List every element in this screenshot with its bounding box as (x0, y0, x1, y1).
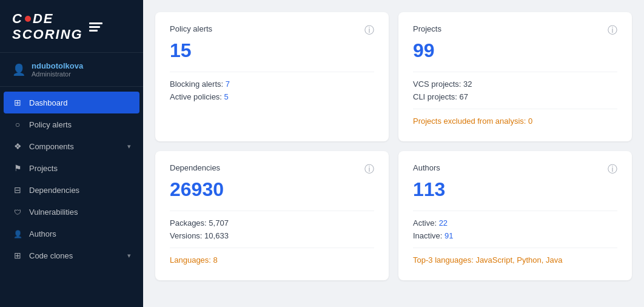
nav-list: Dashboard Policy alerts Components ▾ Pro… (0, 87, 143, 307)
user-role: Administrator (32, 70, 83, 78)
sidebar: C DE SCORING ndubotolkova Administrator … (0, 0, 143, 307)
info-icon[interactable]: ⓘ (364, 24, 374, 37)
user-info: ndubotolkova Administrator (32, 61, 83, 78)
packages-value: 5,707 (209, 218, 229, 228)
inactive-value: 91 (444, 231, 453, 240)
inactive-label: Inactive: (413, 231, 442, 240)
active-value: 22 (439, 218, 448, 228)
sidebar-item-label: Vulnerabilities (29, 207, 78, 217)
main-content: Policy alerts ⓘ 15 Blocking alerts: 7 Ac… (143, 0, 644, 307)
divider (413, 248, 617, 248)
sidebar-item-projects[interactable]: Projects (0, 157, 143, 179)
packages-label: Packages: (170, 218, 207, 228)
top3-value: JavaScript, Python, Java (475, 255, 562, 265)
info-icon[interactable]: ⓘ (608, 24, 617, 37)
projects-title: Projects (413, 24, 441, 33)
vulns-icon (12, 207, 23, 217)
excluded-label: Projects excluded from analysis: (413, 116, 526, 126)
projects-number: 99 (413, 39, 617, 62)
dashboard-icon (12, 98, 23, 107)
sidebar-item-authors[interactable]: Authors (0, 223, 143, 245)
divider (170, 211, 374, 211)
logo: C DE SCORING (0, 0, 143, 53)
logo-dot (25, 16, 31, 22)
projects-card: Projects ⓘ 99 VCS projects: 32 CLI proje… (398, 12, 632, 141)
active-policies: Active policies: 5 (170, 92, 374, 101)
sidebar-item-dashboard[interactable]: Dashboard (4, 92, 139, 113)
divider (413, 109, 617, 109)
card-header: Projects ⓘ (413, 24, 617, 37)
languages-value: 8 (213, 255, 218, 265)
authors-card: Authors ⓘ 113 Active: 22 Inactive: 91 To… (398, 151, 632, 280)
sidebar-item-label: Projects (29, 164, 58, 173)
top3-languages: Top-3 languages: JavaScript, Python, Jav… (413, 255, 617, 265)
vcs-projects: VCS projects: 32 (413, 79, 617, 89)
card-header: Policy alerts ⓘ (170, 24, 374, 37)
logo-bar-3 (89, 30, 98, 32)
top3-label: Top-3 languages: (413, 255, 474, 265)
blocking-label: Blocking alerts: (170, 79, 223, 89)
chevron-down-icon: ▾ (127, 143, 131, 150)
sidebar-item-dependencies[interactable]: Dependencies (0, 179, 143, 201)
vcs-label: VCS projects: (413, 79, 461, 89)
active-label: Active: (413, 218, 437, 228)
sidebar-item-label: Dependencies (29, 186, 79, 195)
blocking-value: 7 (226, 79, 230, 89)
projects-icon (12, 163, 23, 173)
sidebar-item-label: Components (29, 142, 74, 151)
blocking-alerts: Blocking alerts: 7 (170, 79, 374, 89)
username: ndubotolkova (32, 61, 83, 70)
divider (170, 72, 374, 72)
dependencies-title: Dependencies (170, 163, 220, 172)
components-icon (12, 141, 23, 151)
versions: Versions: 10,633 (170, 231, 374, 240)
vcs-value: 32 (463, 79, 472, 89)
card-header: Dependencies ⓘ (170, 163, 374, 176)
logo-bar-2 (89, 26, 100, 28)
authors-number: 113 (413, 178, 617, 201)
sidebar-item-code-clones[interactable]: Code clones ▾ (0, 245, 143, 266)
sidebar-item-vulnerabilities[interactable]: Vulnerabilities (0, 201, 143, 223)
inactive-authors: Inactive: 91 (413, 231, 617, 240)
info-icon[interactable]: ⓘ (608, 163, 617, 176)
sidebar-item-label: Authors (29, 229, 56, 238)
info-icon[interactable]: ⓘ (364, 163, 374, 176)
logo-de: DE (33, 11, 54, 27)
versions-label: Versions: (170, 231, 202, 240)
sidebar-item-label: Dashboard (29, 98, 68, 107)
sidebar-item-label: Policy alerts (29, 120, 72, 129)
sidebar-item-components[interactable]: Components ▾ (0, 135, 143, 157)
authors-title: Authors (413, 163, 440, 172)
card-header: Authors ⓘ (413, 163, 617, 176)
excluded-value: 0 (528, 116, 532, 126)
packages: Packages: 5,707 (170, 218, 374, 228)
policy-icon (12, 120, 23, 129)
divider (413, 211, 617, 211)
chevron-down-icon: ▾ (127, 252, 131, 260)
active-value: 5 (224, 92, 229, 101)
cli-value: 67 (460, 92, 468, 101)
active-authors: Active: 22 (413, 218, 617, 228)
cli-label: CLI projects: (413, 92, 457, 101)
user-area: ndubotolkova Administrator (0, 53, 143, 87)
user-icon (12, 63, 25, 76)
languages: Languages: 8 (170, 255, 374, 265)
policy-alerts-number: 15 (170, 39, 374, 62)
dependencies-card: Dependencies ⓘ 26930 Packages: 5,707 Ver… (155, 151, 389, 280)
sidebar-item-policy-alerts[interactable]: Policy alerts (0, 113, 143, 135)
divider (170, 248, 374, 248)
divider (413, 72, 617, 72)
excluded-projects: Projects excluded from analysis: 0 (413, 116, 617, 126)
dependencies-number: 26930 (170, 178, 374, 201)
logo-scoring: SCORING (12, 27, 83, 42)
clones-icon (12, 251, 23, 260)
cli-projects: CLI projects: 67 (413, 92, 617, 101)
logo-code: C (12, 11, 23, 27)
versions-value: 10,633 (204, 231, 229, 240)
policy-alerts-card: Policy alerts ⓘ 15 Blocking alerts: 7 Ac… (155, 12, 389, 141)
deps-icon (12, 185, 23, 195)
active-label: Active policies: (170, 92, 222, 101)
logo-bar-1 (89, 22, 102, 24)
sidebar-item-label: Code clones (29, 251, 73, 260)
authors-icon (12, 229, 23, 238)
